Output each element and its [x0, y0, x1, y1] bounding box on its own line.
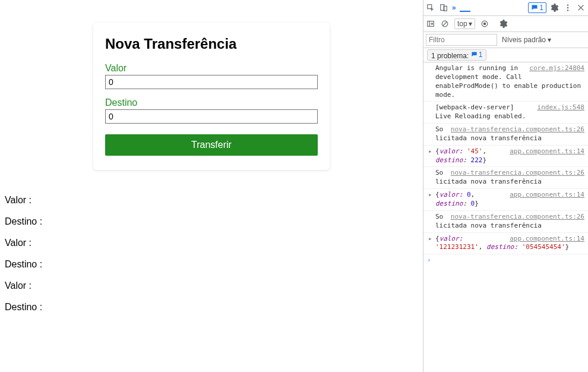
destino-input[interactable] — [105, 109, 318, 124]
settings-gear-icon[interactable] — [550, 3, 559, 12]
chevron-down-icon: ▾ — [469, 20, 472, 28]
console-sidebar-toggle-icon[interactable] — [426, 19, 435, 29]
issues-bar: 1 problema: 1 — [423, 48, 588, 62]
history-valor-label: Valor : — [5, 195, 423, 206]
expand-arrow-icon[interactable]: ▸ — [428, 147, 432, 156]
live-expression-icon[interactable] — [480, 19, 489, 29]
transfer-history: Valor : Destino : Valor : Destino : Valo… — [5, 195, 423, 313]
console-log-entry[interactable]: index.js:548[webpack-dev-server] Live Re… — [423, 102, 588, 124]
valor-label: Valor — [105, 63, 318, 74]
history-valor-label: Valor : — [5, 280, 423, 291]
expand-arrow-icon[interactable]: ▸ — [428, 235, 432, 244]
log-source-link[interactable]: nova-transferencia.component.ts:26 — [451, 125, 584, 134]
svg-point-9 — [483, 23, 486, 25]
application-pane: Nova Transferência Valor Destino Transfe… — [0, 0, 423, 372]
history-valor-label: Valor : — [5, 238, 423, 248]
log-source-link[interactable]: app.component.ts:14 — [510, 191, 584, 200]
console-log-entry[interactable]: core.mjs:24804Angular is running in deve… — [423, 62, 588, 102]
issues-label: 1 problema: — [431, 51, 469, 59]
console-filter-bar: Níveis padrão ▾ — [423, 32, 588, 48]
destino-label: Destino — [105, 97, 318, 108]
context-selector[interactable]: top ▾ — [454, 18, 475, 29]
card-title: Nova Transferência — [105, 36, 318, 52]
clear-console-icon[interactable] — [440, 19, 450, 29]
expand-arrow-icon[interactable]: ▸ — [428, 191, 432, 200]
console-settings-gear-icon[interactable] — [499, 19, 508, 29]
log-source-link[interactable]: index.js:548 — [538, 103, 584, 112]
log-source-link[interactable]: nova-transferencia.component.ts:26 — [451, 213, 584, 222]
console-log-body[interactable]: core.mjs:24804Angular is running in deve… — [423, 62, 588, 372]
history-destino-label: Destino : — [5, 216, 423, 227]
log-levels-label: Níveis padrão — [502, 36, 546, 44]
log-source-link[interactable]: app.component.ts:14 — [510, 235, 584, 244]
console-toolbar: top ▾ — [423, 16, 588, 32]
issues-badge: 1 — [471, 51, 483, 59]
devtools-pane: » 1 top ▾ — [423, 0, 588, 372]
active-tab-underline — [460, 11, 470, 12]
transferir-button[interactable]: Transferir — [105, 134, 318, 156]
log-source-link[interactable]: core.mjs:24804 — [529, 64, 584, 73]
console-log-entry[interactable]: app.component.ts:14▸{valor: '121231231',… — [423, 233, 588, 255]
console-log-entry[interactable]: nova-transferencia.component.ts:26Solici… — [423, 211, 588, 233]
kebab-menu-icon[interactable] — [563, 3, 573, 12]
history-destino-label: Destino : — [5, 302, 423, 313]
inspect-element-icon[interactable] — [426, 3, 435, 12]
devtools-main-toolbar: » 1 — [423, 0, 588, 16]
close-devtools-icon[interactable] — [576, 3, 586, 12]
console-log-entry[interactable]: nova-transferencia.component.ts:26Solici… — [423, 167, 588, 189]
context-selector-label: top — [457, 20, 467, 28]
messages-count: 1 — [539, 4, 543, 12]
messages-badge[interactable]: 1 — [528, 2, 546, 13]
issues-count: 1 — [479, 51, 483, 59]
log-source-link[interactable]: app.component.ts:14 — [510, 147, 584, 156]
console-log-entry[interactable]: app.component.ts:14▸{valor: '45', destin… — [423, 146, 588, 168]
valor-input[interactable] — [105, 75, 318, 89]
chevron-down-icon: ▾ — [548, 36, 551, 44]
svg-point-3 — [567, 4, 568, 5]
console-prompt[interactable]: › — [423, 254, 588, 267]
svg-point-5 — [567, 10, 568, 11]
issues-pill[interactable]: 1 problema: 1 — [427, 49, 486, 61]
device-toggle-icon[interactable] — [439, 3, 448, 12]
console-log-entry[interactable]: app.component.ts:14▸{valor: 0, destino: … — [423, 189, 588, 211]
log-source-link[interactable]: nova-transferencia.component.ts:26 — [451, 169, 584, 178]
console-filter-input[interactable] — [426, 34, 497, 46]
log-levels-dropdown[interactable]: Níveis padrão ▾ — [502, 36, 551, 44]
transfer-card: Nova Transferência Valor Destino Transfe… — [93, 23, 330, 170]
svg-point-4 — [567, 7, 568, 8]
history-destino-label: Destino : — [5, 259, 423, 270]
more-tabs-icon[interactable]: » — [452, 4, 456, 12]
console-log-entry[interactable]: nova-transferencia.component.ts:26Solici… — [423, 124, 588, 146]
